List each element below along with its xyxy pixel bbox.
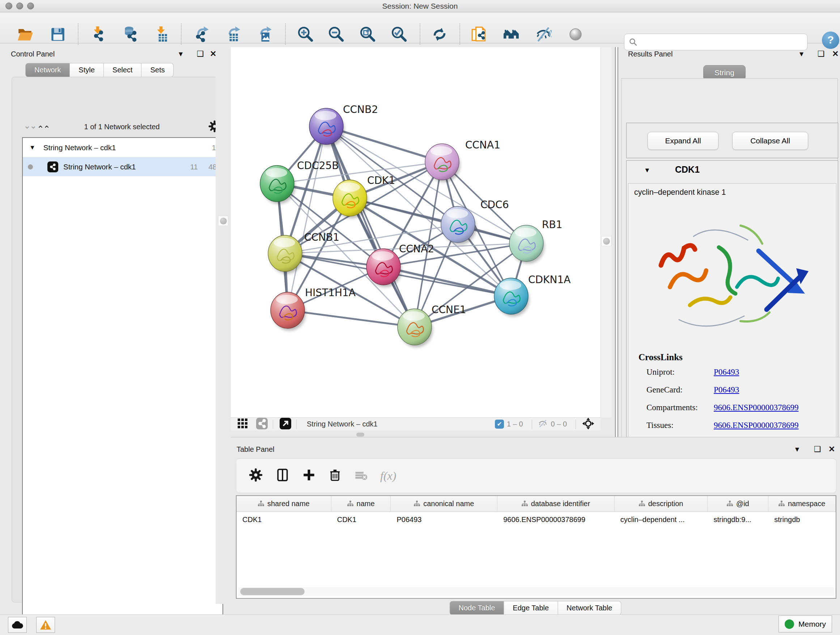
close-window-icon[interactable] [5, 3, 12, 10]
toolbar-button-graphics-details[interactable] [565, 24, 586, 44]
control-panel-menu-icon[interactable]: ▾ [179, 50, 183, 58]
grid-view-icon[interactable] [237, 418, 248, 431]
crosslink-link[interactable]: P06493 [714, 385, 739, 394]
toolbar-button-save-session[interactable] [48, 24, 68, 44]
crosslink-link[interactable]: P06493 [714, 367, 739, 377]
table-panel-float-icon[interactable]: ❑ [814, 445, 821, 453]
birds-eye-view-icon[interactable] [582, 417, 595, 432]
table-cell[interactable]: CDK1 [237, 512, 332, 527]
right-splitter[interactable] [615, 47, 618, 437]
sort-column-icon[interactable] [778, 501, 785, 507]
table-cell[interactable]: cyclin–dependent ... [615, 512, 708, 527]
tab-select[interactable]: Select [104, 63, 142, 77]
sort-column-icon[interactable] [639, 501, 645, 507]
node-CDK1[interactable]: CDK1 [333, 174, 395, 218]
toolbar-button-import-network-from-file[interactable] [88, 24, 109, 44]
toolbar-button-zoom-fit[interactable] [358, 24, 378, 44]
results-panel-close-icon[interactable]: ✕ [832, 50, 838, 58]
sort-column-icon[interactable] [258, 501, 264, 507]
toolbar-button-zoom-selected[interactable] [389, 24, 409, 44]
network-collection-row[interactable]: ▼ String Network – cdk1 1 [23, 138, 223, 157]
toolbar-button-first-neighbors[interactable] [501, 24, 521, 44]
table-cell[interactable]: P06493 [391, 512, 498, 527]
horizontal-splitter-handle[interactable] [356, 432, 364, 437]
tab-network[interactable]: Network [25, 63, 70, 77]
toolbar-button-export-image[interactable] [255, 24, 275, 44]
column-header-sharedname[interactable]: shared name [237, 496, 332, 511]
node-CCNA1[interactable]: CCNA1 [425, 139, 500, 182]
control-panel-float-icon[interactable]: ❑ [197, 50, 204, 58]
table-scrollbar-thumb[interactable] [240, 588, 305, 595]
edge-HIST1H1A-CCNE1[interactable] [287, 310, 415, 327]
minimize-window-icon[interactable] [16, 3, 23, 10]
tab-style[interactable]: Style [70, 63, 103, 77]
cloud-button[interactable] [8, 617, 27, 633]
delete-column-icon[interactable] [328, 468, 342, 483]
column-header-canonicalname[interactable]: canonical name [391, 496, 497, 511]
column-header-id[interactable]: @id [707, 496, 768, 511]
warnings-button[interactable] [36, 617, 55, 633]
help-icon[interactable]: ? [822, 32, 839, 49]
tab-network-table[interactable]: Network Table [558, 601, 621, 615]
crosslink-link[interactable]: 9606.ENSP00000378699 [714, 403, 799, 412]
sort-column-icon[interactable] [522, 501, 528, 507]
collection-expand-icon[interactable]: ▼ [29, 144, 35, 151]
results-panel-float-icon[interactable]: ❑ [818, 50, 825, 58]
search-input[interactable] [640, 38, 807, 46]
network-row[interactable]: String Network – cdk1 11 48 [23, 157, 223, 176]
toolbar-button-zoom-out[interactable] [326, 24, 347, 44]
column-header-description[interactable]: description [615, 496, 708, 511]
show-columns-icon[interactable] [275, 468, 290, 484]
table-panel-menu-icon[interactable]: ▾ [795, 445, 799, 453]
entry-collapse-icon[interactable]: ▼ [644, 166, 651, 174]
node-CDC6[interactable]: CDC6 [441, 199, 508, 245]
toolbar-button-apply-layout[interactable] [429, 24, 450, 44]
node-RB1[interactable]: RB1 [509, 219, 562, 264]
entry-description: cyclin–dependent kinase 1 [634, 188, 726, 197]
toolbar-button-zoom-in[interactable] [295, 24, 316, 44]
table-row[interactable]: CDK1CDK1P064939606.ENSP00000378699cyclin… [237, 512, 836, 527]
left-splitter[interactable] [216, 47, 231, 604]
table-cell[interactable]: stringdb [768, 512, 836, 527]
collapse-all-button[interactable]: Collapse All [732, 132, 808, 150]
selected-checkbox-icon[interactable]: ✔ [495, 420, 504, 429]
zoom-window-icon[interactable] [27, 3, 34, 10]
node-CDC25B[interactable]: CDC25B [260, 160, 339, 204]
toolbar-button-export-network[interactable] [192, 24, 212, 44]
toolbar-button-export-table[interactable] [223, 24, 243, 44]
table-gear-icon[interactable] [248, 468, 263, 484]
network-view-canvas[interactable]: CCNB2 CCNA1 CDC25B CDK1 [231, 47, 600, 417]
crosslink-link[interactable]: 9606.ENSP00000378699 [714, 421, 799, 430]
network-scrollbar-knob[interactable] [601, 236, 611, 246]
results-panel-menu-icon[interactable]: ▾ [799, 50, 804, 58]
sort-column-icon[interactable] [727, 501, 733, 507]
table-cell[interactable]: CDK1 [332, 512, 391, 527]
add-column-icon[interactable] [302, 468, 316, 483]
toolbar-button-open-session[interactable] [15, 24, 35, 44]
tab-sets[interactable]: Sets [141, 63, 174, 77]
network-vertical-scrollbar[interactable] [600, 47, 611, 417]
toolbar-button-hide-selected[interactable] [533, 24, 554, 44]
column-header-databaseidentifier[interactable]: database identifier [497, 496, 615, 511]
tab-node-table[interactable]: Node Table [450, 601, 504, 615]
table-panel-close-icon[interactable]: ✕ [829, 445, 835, 453]
expand-all-button[interactable]: Expand All [647, 132, 718, 150]
node-HIST1H1A[interactable]: HIST1H1A [271, 287, 355, 331]
table-cell[interactable]: stringdb:9... [707, 512, 768, 527]
network-share-icon[interactable] [256, 418, 268, 431]
memory-button[interactable]: Memory [778, 616, 832, 632]
table-cell[interactable]: 9606.ENSP00000378699 [497, 512, 615, 527]
toolbar-button-import-table-from-file[interactable] [152, 24, 172, 44]
tab-edge-table[interactable]: Edge Table [504, 601, 558, 615]
toolbar-button-import-network-from-database[interactable] [120, 24, 141, 44]
table-horizontal-scrollbar[interactable] [238, 587, 834, 596]
sort-column-icon[interactable] [347, 501, 354, 507]
toolbar-button-copy-network[interactable] [469, 24, 489, 44]
column-header-namespace[interactable]: namespace [768, 496, 836, 511]
left-splitter-knob[interactable] [218, 216, 228, 226]
node-CDKN1A[interactable]: CDKN1A [494, 274, 570, 317]
column-header-name[interactable]: name [332, 496, 391, 511]
node-CCNE1[interactable]: CCNE1 [398, 304, 466, 347]
sort-column-icon[interactable] [414, 501, 420, 507]
open-in-new-window-icon[interactable] [279, 418, 291, 431]
